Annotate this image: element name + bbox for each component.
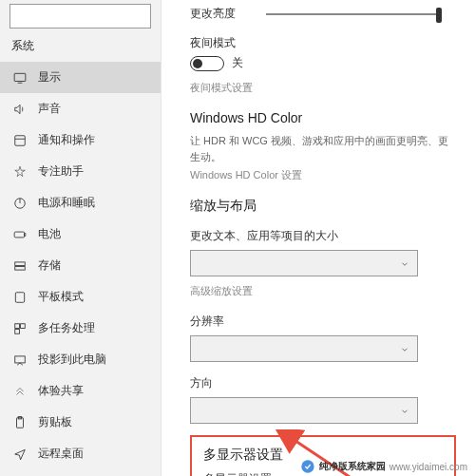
svg-rect-10 — [15, 261, 26, 265]
sidebar-item-label: 声音 — [38, 101, 61, 117]
sidebar-item-remote[interactable]: 远程桌面 — [0, 438, 161, 469]
scale-layout-title: 缩放与布局 — [190, 198, 456, 215]
sidebar-item-power[interactable]: 电源和睡眠 — [0, 187, 161, 219]
sidebar-item-clipboard[interactable]: 剪贴板 — [0, 407, 161, 438]
sidebar: 系统 显示 声音 通知和操作 专注助手 电源和睡眠 电池 存储 — [0, 0, 162, 476]
sidebar-item-multitask[interactable]: 多任务处理 — [0, 313, 161, 344]
sidebar-item-tablet[interactable]: 平板模式 — [0, 281, 161, 313]
display-icon — [11, 71, 28, 85]
tablet-icon — [11, 291, 28, 304]
project-icon — [11, 353, 28, 367]
svg-point-23 — [301, 460, 314, 472]
sidebar-item-label: 远程桌面 — [38, 446, 84, 462]
power-icon — [11, 197, 28, 210]
sidebar-item-label: 通知和操作 — [38, 132, 95, 148]
sidebar-item-label: 电源和睡眠 — [38, 195, 95, 211]
chevron-down-icon — [400, 344, 409, 353]
watermark-url: www.yidaimei.com — [390, 462, 467, 472]
night-mode-settings-link[interactable]: 夜间模式设置 — [190, 81, 456, 95]
night-mode-status: 关 — [232, 55, 243, 71]
resolution-select[interactable] — [190, 335, 418, 362]
sidebar-item-notifications[interactable]: 通知和操作 — [0, 124, 161, 156]
orientation-select[interactable] — [190, 397, 418, 424]
chevron-down-icon — [400, 406, 409, 415]
svg-rect-4 — [15, 135, 26, 145]
svg-rect-12 — [15, 292, 24, 302]
hd-color-link[interactable]: Windows HD Color 设置 — [190, 168, 456, 182]
sound-icon — [11, 103, 28, 116]
night-mode-toggle[interactable]: 关 — [190, 55, 456, 71]
main-content: 更改亮度 夜间模式 关 夜间模式设置 Windows HD Color 让 HD… — [162, 0, 475, 476]
multitask-icon — [11, 322, 28, 335]
share-icon — [11, 385, 28, 398]
svg-rect-9 — [25, 233, 26, 235]
hd-color-title: Windows HD Color — [190, 110, 456, 125]
sidebar-item-label: 体验共享 — [38, 383, 84, 399]
brightness-label: 更改亮度 — [190, 6, 236, 22]
sidebar-section-title: 系统 — [0, 34, 161, 62]
notify-icon — [11, 134, 28, 147]
focus-icon — [11, 165, 28, 179]
svg-rect-11 — [15, 266, 26, 270]
battery-icon — [11, 228, 28, 241]
scale-label: 更改文本、应用等项目的大小 — [190, 228, 456, 244]
svg-rect-16 — [15, 355, 26, 362]
sidebar-item-sound[interactable]: 声音 — [0, 93, 161, 124]
orientation-label: 方向 — [190, 375, 456, 391]
sidebar-item-label: 显示 — [38, 69, 61, 86]
sidebar-item-about[interactable]: 关于 — [0, 469, 161, 476]
night-mode-label: 夜间模式 — [190, 35, 456, 51]
storage-icon — [11, 259, 28, 273]
brightness-slider-thumb[interactable] — [436, 8, 442, 23]
sidebar-item-focus[interactable]: 专注助手 — [0, 156, 161, 187]
chevron-down-icon — [400, 258, 409, 268]
advanced-scale-link[interactable]: 高级缩放设置 — [190, 284, 456, 298]
search-field[interactable] — [16, 10, 147, 22]
watermark-brand: 纯净版系统家园 — [319, 460, 386, 473]
search-input[interactable] — [10, 4, 151, 29]
sidebar-item-project[interactable]: 投影到此电脑 — [0, 344, 161, 375]
svg-rect-13 — [15, 323, 20, 328]
sidebar-item-storage[interactable]: 存储 — [0, 250, 161, 281]
sidebar-item-display[interactable]: 显示 — [0, 62, 161, 93]
sidebar-item-label: 平板模式 — [38, 289, 84, 305]
clipboard-icon — [11, 416, 28, 429]
svg-rect-14 — [21, 323, 26, 328]
remote-icon — [11, 447, 28, 461]
watermark-logo-icon — [300, 459, 315, 474]
svg-rect-8 — [14, 232, 25, 238]
hd-color-description: 让 HDR 和 WCG 视频、游戏和应用中的画面更明亮、更生动。 — [190, 133, 456, 164]
sidebar-item-share[interactable]: 体验共享 — [0, 375, 161, 407]
sidebar-item-label: 投影到此电脑 — [38, 352, 106, 368]
watermark: 纯净版系统家园 www.yidaimei.com — [300, 459, 467, 474]
sidebar-item-label: 剪贴板 — [38, 414, 72, 430]
resolution-label: 分辨率 — [190, 314, 456, 330]
sidebar-item-label: 电池 — [38, 226, 61, 242]
scale-select[interactable] — [190, 250, 418, 276]
sidebar-item-battery[interactable]: 电池 — [0, 219, 161, 250]
sidebar-item-label: 存储 — [38, 257, 61, 274]
sidebar-item-label: 专注助手 — [38, 163, 84, 180]
brightness-slider[interactable] — [266, 13, 442, 15]
svg-rect-15 — [15, 329, 20, 333]
sidebar-item-label: 多任务处理 — [38, 320, 95, 336]
svg-rect-2 — [14, 73, 26, 81]
